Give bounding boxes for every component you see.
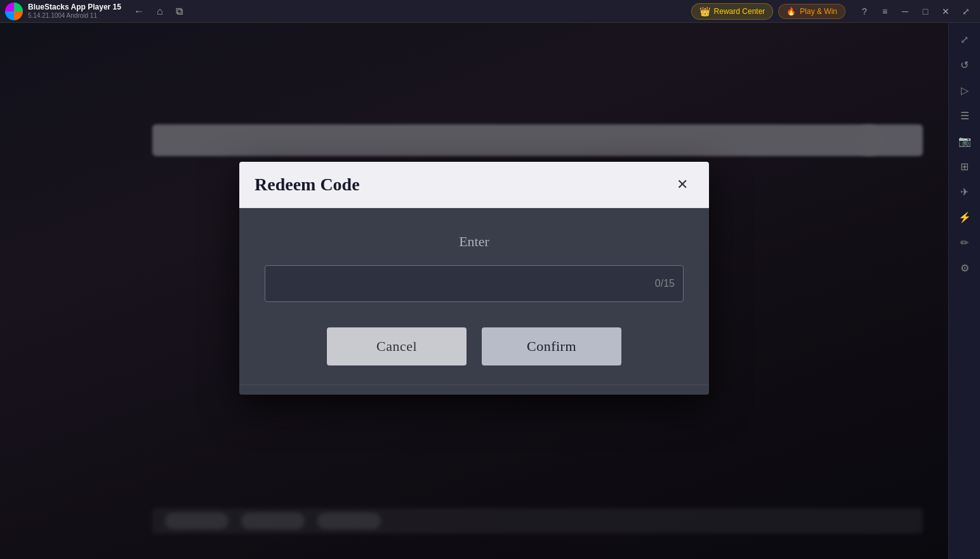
help-button[interactable]: ? bbox=[856, 3, 873, 20]
modal-buttons: Cancel Confirm bbox=[265, 327, 684, 365]
sidebar-edit-icon[interactable]: ✏ bbox=[953, 231, 976, 254]
sidebar-lightning-icon[interactable]: ⚡ bbox=[953, 206, 976, 228]
sidebar-grid-icon[interactable]: ⊞ bbox=[953, 155, 976, 178]
sidebar-camera-icon[interactable]: 📷 bbox=[953, 129, 976, 152]
modal-header: Redeem Code ✕ bbox=[239, 162, 709, 208]
sidebar-settings-icon[interactable]: ⚙ bbox=[953, 256, 976, 279]
maximize-button[interactable]: □ bbox=[917, 3, 934, 20]
sidebar-plane-icon[interactable]: ✈ bbox=[953, 180, 976, 203]
redeem-code-input[interactable] bbox=[265, 265, 684, 302]
title-bar-right: 👑 Reward Center 🔥 Play & Win ? ≡ ─ □ ✕ ⤢ bbox=[691, 3, 975, 20]
sidebar-fullscreen-icon[interactable]: ⤢ bbox=[953, 28, 976, 51]
right-sidebar: ⤢ ↺ ▷ ☰ 📷 ⊞ ✈ ⚡ ✏ ⚙ bbox=[948, 23, 980, 559]
play-win-label: Play & Win bbox=[800, 7, 837, 16]
nav-buttons: ← ⌂ ⧉ bbox=[131, 3, 185, 20]
bluestacks-logo bbox=[5, 3, 23, 20]
app-info: BlueStacks App Player 15 5.14.21.1004 An… bbox=[28, 3, 121, 19]
sidebar-play-icon[interactable]: ▷ bbox=[953, 79, 976, 102]
cancel-button[interactable]: Cancel bbox=[327, 327, 467, 365]
reward-center-button[interactable]: 👑 Reward Center bbox=[691, 3, 774, 20]
fire-icon: 🔥 bbox=[786, 7, 796, 16]
sidebar-rotate-icon[interactable]: ↺ bbox=[953, 53, 976, 76]
modal-title: Redeem Code bbox=[255, 174, 360, 195]
close-icon: ✕ bbox=[677, 176, 688, 193]
reward-center-label: Reward Center bbox=[714, 7, 765, 16]
redeem-code-modal: Redeem Code ✕ Enter 0/15 Cancel Confirm bbox=[239, 162, 709, 395]
main-area: Redeem Code ✕ Enter 0/15 Cancel Confirm bbox=[0, 23, 948, 559]
app-version: 5.14.21.1004 Android 11 bbox=[28, 12, 121, 20]
modal-close-button[interactable]: ✕ bbox=[671, 173, 694, 196]
modal-body: Enter 0/15 Cancel Confirm bbox=[239, 208, 709, 385]
copy-icon[interactable]: ⧉ bbox=[173, 3, 185, 20]
sidebar-list-icon[interactable]: ☰ bbox=[953, 104, 976, 127]
fullscreen-button[interactable]: ⤢ bbox=[957, 3, 975, 20]
title-bar: BlueStacks App Player 15 5.14.21.1004 An… bbox=[0, 0, 980, 23]
modal-overlay: Redeem Code ✕ Enter 0/15 Cancel Confirm bbox=[0, 23, 948, 559]
back-icon[interactable]: ← bbox=[131, 3, 147, 20]
menu-button[interactable]: ≡ bbox=[876, 3, 894, 20]
app-name: BlueStacks App Player 15 bbox=[28, 3, 121, 11]
minimize-button[interactable]: ─ bbox=[896, 3, 914, 20]
input-container: 0/15 bbox=[265, 265, 684, 302]
crown-icon: 👑 bbox=[699, 6, 710, 16]
modal-footer bbox=[239, 385, 709, 395]
play-win-button[interactable]: 🔥 Play & Win bbox=[778, 4, 845, 19]
confirm-button[interactable]: Confirm bbox=[482, 327, 621, 365]
window-controls: ? ≡ ─ □ ✕ ⤢ bbox=[856, 3, 975, 20]
enter-label: Enter bbox=[265, 233, 684, 250]
close-button[interactable]: ✕ bbox=[937, 3, 955, 20]
home-icon[interactable]: ⌂ bbox=[154, 3, 166, 20]
